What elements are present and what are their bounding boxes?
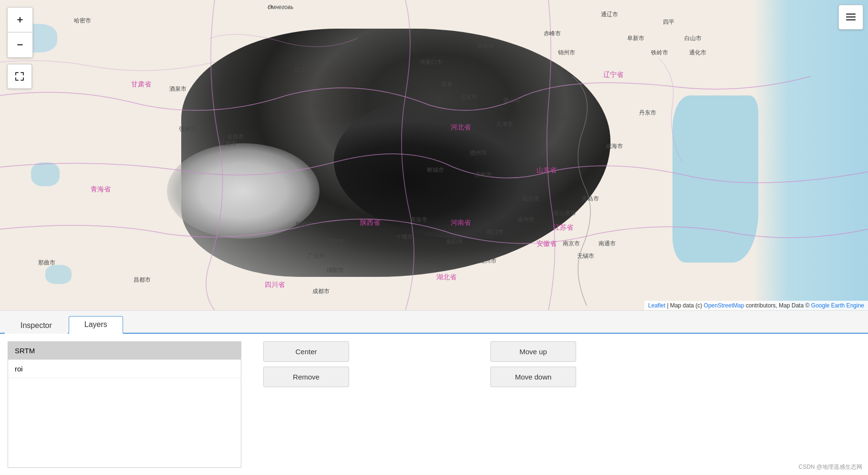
label-jinan: 济南市 — [475, 171, 492, 179]
label-gansu: 甘肃省 — [131, 80, 151, 89]
label-hanzhong: 汉中市 — [327, 238, 344, 246]
label-hubei: 湖北省 — [436, 273, 456, 282]
label-tongliao: 通辽市 — [601, 11, 618, 19]
label-liaoning: 辽宁省 — [603, 71, 623, 79]
label-xuzhou: 徐州市 — [517, 216, 535, 224]
label-longnan: 陇南市 — [296, 221, 313, 229]
attribution-contributors: contributors, Map Data © — [746, 302, 811, 309]
svg-rect-0 — [846, 13, 856, 15]
label-tieling: 铁岭市 — [651, 49, 668, 57]
label-tonghua: 通化市 — [689, 49, 706, 57]
label-naqu: 那曲市 — [38, 259, 55, 267]
label-hebei: 河北省 — [451, 123, 471, 132]
label-weihai: 威海市 — [606, 142, 623, 150]
label-dalian: 大连市 — [556, 114, 573, 122]
label-wuxi: 无锡市 — [577, 252, 594, 260]
layer-item-srtm[interactable]: SRTM — [8, 342, 241, 360]
label-suizhou: 随州市 — [479, 257, 496, 265]
layers-icon-button[interactable] — [838, 5, 863, 30]
svg-rect-1 — [846, 16, 856, 18]
label-dezhou: 德州市 — [470, 149, 487, 157]
label-henan: 河南省 — [451, 219, 471, 227]
label-nantong: 南通市 — [599, 240, 616, 248]
layer-item-roi[interactable]: roi — [8, 360, 241, 378]
center-button[interactable]: Center — [263, 341, 349, 362]
label-jiangsu: 江苏省 — [553, 223, 573, 232]
attribution-osm[interactable]: OpenStreetMap — [704, 302, 744, 309]
attribution-leaflet[interactable]: Leaflet — [648, 302, 665, 309]
remove-button[interactable]: Remove — [263, 367, 349, 387]
label-zhangye: 张掖市 — [179, 125, 196, 133]
label-qingdao: 青岛市 — [582, 195, 599, 203]
label-fuxin: 阜新市 — [627, 34, 644, 42]
label-jinzhou: 锦州市 — [558, 49, 575, 57]
label-guangyuan: 广元市 — [308, 252, 325, 260]
label-shaanxi: 陕西省 — [360, 219, 380, 227]
label-linyi: 临沂市 — [522, 195, 539, 203]
label-chengde: 承德市 — [477, 42, 494, 50]
label-zhangjiakou: 张家口市 — [420, 58, 443, 66]
move-up-button[interactable]: Move up — [490, 341, 576, 362]
fullscreen-button[interactable] — [7, 64, 32, 89]
label-baishan: 白山市 — [684, 34, 702, 42]
label-shandong: 山东省 — [537, 166, 557, 175]
tab-inspector[interactable]: Inspector — [5, 317, 68, 334]
map-controls: + − — [7, 7, 33, 89]
attribution-separator: | Map data (c) — [667, 302, 703, 309]
layers-list: SRTM roi — [8, 341, 241, 468]
watermark: CSDN @地理遥感生态网 — [798, 463, 862, 471]
label-anhui: 安徽省 — [537, 240, 557, 248]
label-sichuan: 四川省 — [265, 281, 285, 289]
move-buttons-group: Move up Move down — [357, 341, 576, 468]
label-dancheng: 郸城市 — [427, 166, 444, 174]
label-chengdu: 成都市 — [312, 287, 330, 296]
label-wuwei: 武威市 — [219, 139, 237, 148]
zoom-in-button[interactable]: + — [8, 8, 32, 32]
label-hamixi: 哈密市 — [74, 17, 91, 25]
label-omnogovi: Өмнеговь — [267, 4, 294, 11]
move-down-button[interactable]: Move down — [490, 367, 576, 387]
label-shiyan: 十堰市 — [396, 233, 413, 241]
label-shangluo: 商洛市 — [410, 216, 427, 224]
panel-content: SRTM roi Center Remove Move up Move down — [0, 334, 868, 475]
bottom-panel: Inspector Layers SRTM roi Center Remove … — [0, 310, 868, 475]
label-nanjing: 南京市 — [563, 240, 580, 248]
zoom-out-button[interactable]: − — [8, 32, 32, 57]
label-mianyang: 绵阳市 — [327, 266, 344, 274]
label-changdu: 昌都市 — [134, 276, 151, 284]
map-attribution: Leaflet | Map data (c) OpenStreetMap con… — [644, 301, 868, 310]
label-bayannur: 巴彦淖 — [295, 66, 312, 74]
svg-rect-2 — [846, 19, 856, 21]
label-weixian: 蔚县 — [441, 80, 453, 88]
bohai-sea — [672, 95, 758, 263]
water-body-3 — [45, 265, 72, 284]
label-qinghai: 青海省 — [91, 185, 111, 194]
label-beijing: 北京市 — [460, 93, 477, 101]
tabs-bar: Inspector Layers — [0, 311, 868, 334]
map-container[interactable]: 哈密市 通辽市 四平 Өмнеговь 赤峰市 阜新市 白山市 铁岭市 通化市 … — [0, 0, 868, 310]
label-chifeng: 赤峰市 — [544, 30, 561, 38]
attribution-gee[interactable]: Google Earth Engine — [811, 302, 864, 309]
label-tianjin: 天津市 — [496, 120, 513, 128]
tab-layers[interactable]: Layers — [69, 316, 123, 334]
zoom-controls: + − — [7, 7, 33, 58]
label-siping: 四平 — [663, 18, 674, 26]
label-tangshan: 唐山市 — [503, 96, 520, 105]
map-background: 哈密市 通辽市 四平 Өмнеговь 赤峰市 阜新市 白山市 铁岭市 通化市 … — [0, 0, 868, 310]
layers-icon — [844, 11, 858, 24]
label-shizuishan: 石嘴 — [312, 101, 324, 109]
label-dandong: 丹东市 — [639, 109, 656, 117]
label-lianyungang: 连云港市 — [553, 209, 576, 217]
label-zhoukou: 周口市 — [486, 228, 504, 236]
water-body-2 — [31, 162, 60, 186]
label-nanyang: 南阳市 — [446, 238, 463, 246]
label-jiuquan: 酒泉市 — [169, 85, 186, 93]
action-buttons-group: Center Remove — [249, 341, 349, 468]
sea-area — [754, 0, 868, 310]
